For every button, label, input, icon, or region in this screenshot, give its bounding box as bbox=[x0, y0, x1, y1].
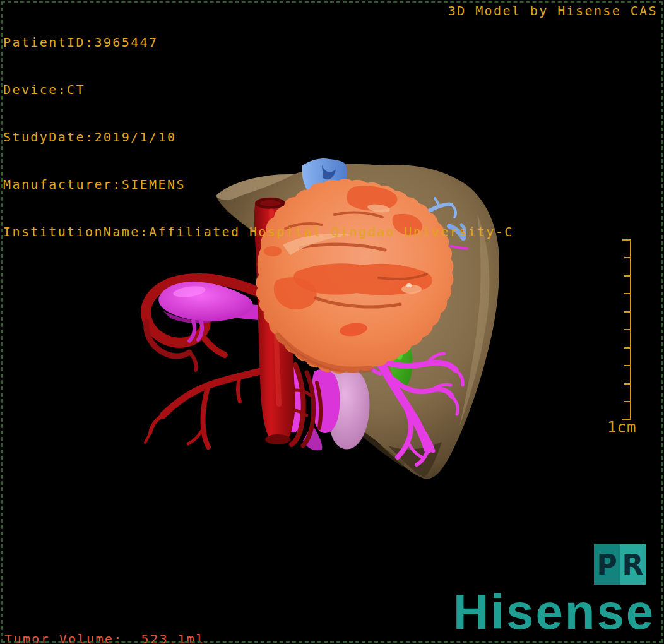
r-marker-button[interactable]: R bbox=[620, 544, 646, 585]
hisense-cas-3d-viewer: { "header": { "patient_id": "PatientID:3… bbox=[0, 0, 664, 644]
watermark-text: 3D Model by Hisense CAS bbox=[448, 3, 658, 19]
p-marker-button[interactable]: P bbox=[594, 544, 620, 585]
manufacturer-text: Manufacturer:SIEMENS bbox=[3, 177, 514, 193]
institution-text: InstitutionName:Affiliated Hospital Qing… bbox=[3, 224, 514, 240]
gastric-artery-branch bbox=[145, 369, 268, 447]
tumor-volume-text: Tumor Volume: 523.1ml bbox=[4, 631, 205, 644]
ruler-scale-label: 1cm bbox=[607, 419, 636, 436]
device-text: Device:CT bbox=[3, 82, 514, 98]
hisense-logo: Hisense bbox=[453, 587, 655, 636]
study-date-text: StudyDate:2019/1/10 bbox=[3, 129, 514, 145]
pr-badge: P R bbox=[594, 544, 646, 585]
dicom-info-block: PatientID:3965447 Device:CT StudyDate:20… bbox=[3, 3, 514, 256]
scale-ruler bbox=[622, 240, 631, 419]
volume-readout: Tumor Volume: 523.1ml Liver Volume: 1973… bbox=[4, 600, 205, 644]
patient-id-text: PatientID:3965447 bbox=[3, 35, 514, 51]
